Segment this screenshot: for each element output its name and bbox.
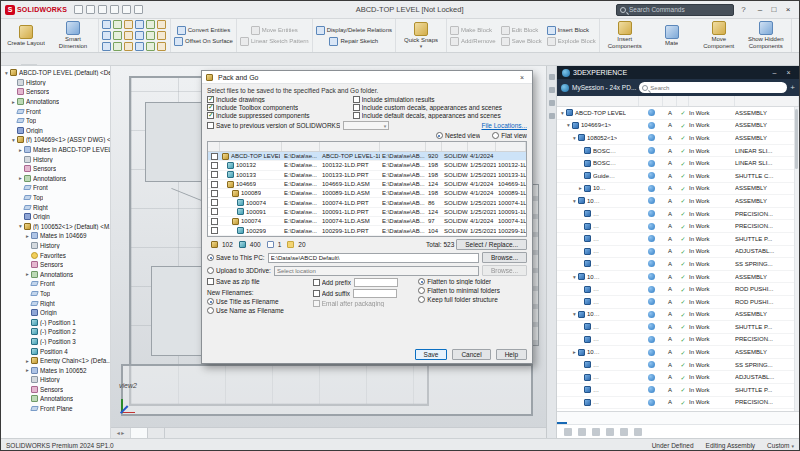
expander-icon[interactable]: ▸ (24, 367, 31, 373)
file-checkbox[interactable] (211, 208, 218, 215)
expander-icon[interactable]: ▸ (17, 175, 24, 181)
table-column-header[interactable] (426, 142, 442, 151)
sketch-tool-icon[interactable] (146, 31, 155, 40)
component-row[interactable]: … A In Work SHUTTLE P... (557, 384, 799, 397)
dialog-checkbox[interactable]: Include default decals, appearances and … (353, 112, 527, 119)
feature-tree-item[interactable]: History (1, 375, 110, 385)
feature-tree-item[interactable]: Sensors (1, 385, 110, 395)
table-column-header[interactable] (468, 142, 496, 151)
pack-file-row[interactable]: 104669 E:\Data\se... 104669-1LD.ASM E:\D… (208, 180, 526, 189)
dialog-title-bar[interactable]: Pack and Go (202, 71, 532, 84)
table-column-header[interactable] (663, 96, 677, 106)
ribbon-button[interactable]: Explode Block (547, 37, 596, 46)
feature-tree-item[interactable]: Top (1, 193, 110, 203)
panel-tool-icon[interactable] (620, 428, 628, 436)
feature-tree-item[interactable]: ▸ Mates in 100652 (1, 365, 110, 375)
ribbon-button[interactable]: Edit Block (501, 26, 542, 35)
help-icon[interactable]: ? (738, 5, 749, 14)
pack-file-row[interactable]: 100089 E:\Data\se... 100089-1LD.ASM E:\D… (208, 189, 526, 198)
table-column-header[interactable] (496, 142, 526, 151)
scrollbar-thumb[interactable] (795, 109, 798, 169)
component-row[interactable]: ▸ 10… A In Work ASSEMBLY (557, 183, 799, 196)
feature-tree-item[interactable]: Sensors (1, 87, 110, 97)
feature-tree-item[interactable]: History (1, 154, 110, 164)
table-column-header[interactable] (220, 142, 282, 151)
feature-tree-item[interactable]: ▸ Energy Chain<1> (Defa... (1, 356, 110, 366)
sketch-tool-icon[interactable] (113, 42, 122, 51)
ribbon-button[interactable]: Smart Dimension (51, 21, 95, 49)
tab-scroll-icons[interactable]: ◂ ▸ (111, 428, 131, 438)
command-tab[interactable] (5, 64, 21, 65)
sketch-tool-icon[interactable] (102, 42, 111, 51)
component-row[interactable]: Guide… A In Work SHUTTLE C... (557, 170, 799, 183)
ribbon-button[interactable]: Show Hidden Components (744, 21, 788, 49)
expander-icon[interactable]: ▸ (577, 185, 584, 191)
feature-tree-item[interactable]: Top (1, 289, 110, 299)
dialog-checkbox[interactable]: Include Toolbox components (207, 104, 347, 111)
component-row[interactable]: … A In Work SHUTTLE P... (557, 321, 799, 334)
feature-tree-item[interactable]: Front (1, 279, 110, 289)
ribbon-button[interactable]: Display/Delete Relations (316, 26, 392, 35)
upload-3ddrive-radio[interactable]: Upload to 3DDrive: (207, 267, 271, 274)
close-icon[interactable] (516, 74, 528, 81)
file-checkbox[interactable] (211, 181, 218, 188)
table-column-header[interactable] (380, 142, 426, 151)
feature-tree-item[interactable]: ▸ Annotations (1, 97, 110, 107)
ribbon-button[interactable]: Insert Block (547, 26, 596, 35)
component-row[interactable]: ▾ 108052<1> A In Work ASSEMBLY (557, 132, 799, 145)
pack-file-row[interactable]: 100133 E:\Data\se... 100133-1LD.PRT E:\D… (208, 171, 526, 180)
prefix-input[interactable] (354, 278, 398, 287)
collapse-icon[interactable] (769, 67, 780, 79)
dialog-radio[interactable]: Flat view (492, 132, 527, 139)
component-row[interactable]: … A In Work ADJUSTABL... (557, 246, 799, 259)
component-row[interactable]: … A In Work PRECISION... (557, 208, 799, 221)
component-row[interactable]: ▸ 10… A In Work ASSEMBLY (557, 346, 799, 359)
feature-tree-item[interactable]: ▾ (f) 104669<1> (ASSY DWG) <Dis... (1, 135, 110, 145)
ribbon-button[interactable]: Move Entities (251, 26, 298, 35)
component-search[interactable] (639, 82, 787, 93)
ribbon-button[interactable]: Convert Entities (177, 26, 230, 35)
feature-tree-item[interactable]: Origin (1, 212, 110, 222)
expander-icon[interactable]: ▸ (24, 271, 31, 277)
sketch-tool-icon[interactable] (146, 20, 155, 29)
model-tab[interactable] (131, 428, 148, 438)
sketch-tool-icon[interactable] (124, 20, 133, 29)
expander-icon[interactable]: ▸ (24, 233, 31, 239)
dialog-radio[interactable]: Flatten to single folder (418, 278, 527, 285)
table-column-header[interactable] (677, 96, 689, 106)
feature-tree-item[interactable]: Right (1, 298, 110, 308)
email-after-packaging-checkbox[interactable]: Email after packaging (313, 300, 411, 307)
feature-tree-item[interactable]: Top (1, 116, 110, 126)
panel-tool-icon[interactable] (592, 428, 600, 436)
panel-tool-icon[interactable] (564, 428, 572, 436)
save-button[interactable]: Save (415, 349, 448, 360)
save-icon[interactable] (98, 5, 107, 14)
feature-tree-item[interactable]: (-) Position 2 (1, 327, 110, 337)
sketch-tool-icon[interactable] (135, 20, 144, 29)
component-row[interactable]: ▾ 104669<1> A In Work ASSEMBLY (557, 120, 799, 133)
add-suffix-checkbox[interactable]: Add suffix (313, 290, 350, 297)
pack-file-row[interactable]: 100091 E:\Data\se... 100091-1LD.PRT E:\D… (208, 208, 526, 217)
new-file-icon[interactable] (74, 5, 83, 14)
file-checkbox[interactable] (211, 199, 218, 206)
expander-icon[interactable]: ▾ (10, 137, 17, 143)
expander-icon[interactable]: ▾ (571, 198, 578, 204)
feature-tree-item[interactable]: Front (1, 183, 110, 193)
expander-icon[interactable]: ▸ (24, 358, 31, 364)
feature-tree-item[interactable]: History (1, 241, 110, 251)
expander-icon[interactable]: ▾ (571, 311, 578, 317)
component-row[interactable]: BOSC… A In Work LINEAR SLI... (557, 145, 799, 158)
ribbon-button[interactable]: Save Block (501, 37, 542, 46)
save-to-pc-radio[interactable]: Save to This PC: (207, 254, 265, 261)
file-checkbox[interactable] (211, 218, 218, 225)
component-row[interactable]: … A In Work ADJUSTABL... (557, 371, 799, 384)
sketch-tool-icon[interactable] (146, 42, 155, 51)
rebuild-icon[interactable] (134, 5, 143, 14)
table-column-header[interactable] (208, 142, 220, 151)
help-button[interactable]: Help (496, 349, 527, 360)
feature-tree-item[interactable]: Front Plane (1, 404, 110, 414)
pack-file-row[interactable]: 100132 E:\Data\se... 100132-1LD.PRT E:\D… (208, 161, 526, 170)
component-row[interactable]: … A In Work ROD PUSHI... (557, 296, 799, 309)
component-row[interactable]: … A In Work ROD PUSHI... (557, 283, 799, 296)
ribbon-button[interactable]: Mate (650, 25, 694, 47)
